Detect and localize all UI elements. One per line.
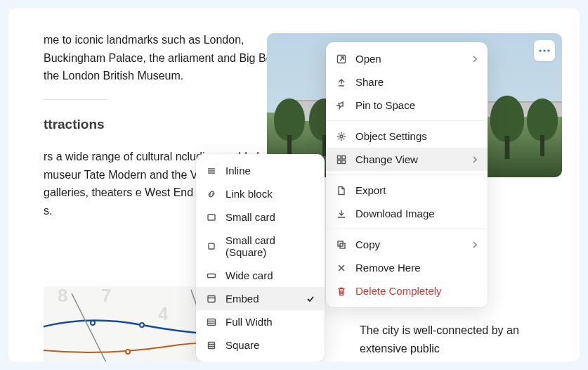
context-menu: Open Share Pin to Space Object Settings …	[326, 42, 488, 307]
menu-item-label: Remove Here	[355, 262, 421, 274]
svg-rect-24	[209, 342, 215, 348]
view-option-small-card-square[interactable]: Small card (Square)	[196, 229, 325, 264]
svg-point-2	[547, 49, 549, 51]
svg-rect-23	[208, 319, 216, 325]
svg-rect-20	[209, 243, 214, 249]
divider	[44, 99, 107, 100]
menu-item-label: Copy	[355, 238, 380, 250]
menu-item-change-view[interactable]: Change View	[326, 148, 488, 171]
menu-item-label: Square	[226, 339, 259, 351]
svg-point-0	[539, 49, 541, 51]
menu-separator	[326, 174, 488, 175]
svg-rect-21	[208, 274, 216, 277]
view-option-wide-card[interactable]: Wide card	[196, 264, 325, 287]
menu-item-label: Change View	[355, 153, 418, 165]
svg-rect-19	[208, 215, 215, 220]
svg-point-10	[126, 350, 130, 354]
more-options-button[interactable]	[534, 40, 555, 61]
open-icon	[336, 53, 347, 65]
menu-item-remove[interactable]: Remove Here	[326, 256, 488, 279]
menu-item-label: Full Width	[226, 316, 273, 328]
menu-item-label: Share	[355, 76, 384, 88]
section-heading: ttractions	[44, 114, 282, 135]
menu-item-label: Open	[355, 53, 381, 65]
menu-item-label: Small card	[226, 211, 275, 223]
chevron-right-icon	[472, 55, 478, 63]
view-option-link-block[interactable]: Link block	[196, 182, 325, 205]
menu-item-label: Download Image	[355, 208, 435, 219]
svg-rect-15	[338, 160, 341, 164]
wide-card-icon	[206, 270, 217, 281]
menu-item-label: Small card (Square)	[226, 234, 315, 258]
menu-item-share[interactable]: Share	[326, 70, 488, 94]
grid-icon	[336, 154, 347, 165]
svg-text:8: 8	[58, 286, 67, 306]
document-canvas: me to iconic landmarks such as London, B…	[8, 8, 580, 362]
copy-icon	[336, 239, 347, 250]
menu-item-download[interactable]: Download Image	[326, 202, 488, 225]
paragraph: The city is well-connected by an extensi…	[360, 321, 535, 357]
menu-separator	[326, 229, 488, 229]
inline-icon	[206, 165, 217, 177]
menu-item-label: Inline	[226, 165, 251, 177]
menu-item-label: Delete Completely	[355, 285, 442, 297]
more-icon	[539, 49, 550, 52]
svg-rect-22	[208, 295, 215, 302]
small-card-icon	[206, 212, 217, 223]
svg-text:4: 4	[158, 303, 169, 324]
square-card-icon	[206, 241, 217, 252]
svg-rect-14	[342, 155, 346, 159]
menu-item-settings[interactable]: Object Settings	[326, 125, 488, 148]
menu-item-pin[interactable]: Pin to Space	[326, 94, 488, 117]
view-option-full-width[interactable]: Full Width	[196, 310, 325, 333]
menu-item-export[interactable]: Export	[326, 179, 488, 202]
paragraph: me to iconic landmarks such as London, B…	[44, 31, 282, 85]
svg-point-8	[140, 323, 144, 327]
menu-item-open[interactable]: Open	[326, 47, 488, 70]
svg-rect-13	[338, 155, 341, 159]
share-icon	[336, 77, 347, 88]
svg-point-1	[543, 49, 545, 51]
menu-item-label: Embed	[226, 293, 259, 305]
menu-item-copy[interactable]: Copy	[326, 233, 488, 256]
check-icon	[306, 295, 315, 303]
chevron-right-icon	[472, 241, 478, 249]
gear-icon	[336, 131, 347, 142]
download-icon	[336, 208, 347, 219]
export-icon	[336, 185, 347, 196]
pin-icon	[336, 100, 347, 111]
trash-icon	[336, 286, 347, 297]
svg-text:7: 7	[101, 286, 111, 306]
embed-icon	[206, 293, 217, 305]
menu-item-label: Export	[355, 184, 386, 196]
menu-item-delete[interactable]: Delete Completely	[326, 279, 488, 302]
view-option-inline[interactable]: Inline	[196, 159, 325, 182]
menu-item-label: Pin to Space	[355, 99, 415, 111]
view-option-embed[interactable]: Embed	[196, 287, 325, 310]
menu-separator	[326, 120, 488, 121]
submenu-change-view: Inline Link block Small card Small card …	[196, 154, 325, 362]
link-icon	[206, 189, 217, 200]
view-option-square[interactable]: Square	[196, 333, 325, 357]
full-width-icon	[206, 317, 217, 328]
menu-item-label: Object Settings	[355, 130, 427, 142]
svg-rect-16	[342, 160, 346, 164]
svg-point-12	[340, 135, 343, 138]
menu-item-label: Link block	[226, 188, 273, 200]
menu-item-label: Wide card	[226, 269, 273, 281]
close-icon	[336, 262, 347, 274]
view-option-small-card[interactable]: Small card	[196, 205, 325, 229]
chevron-right-icon	[472, 155, 478, 164]
square-icon	[206, 340, 217, 351]
svg-point-7	[91, 321, 95, 325]
